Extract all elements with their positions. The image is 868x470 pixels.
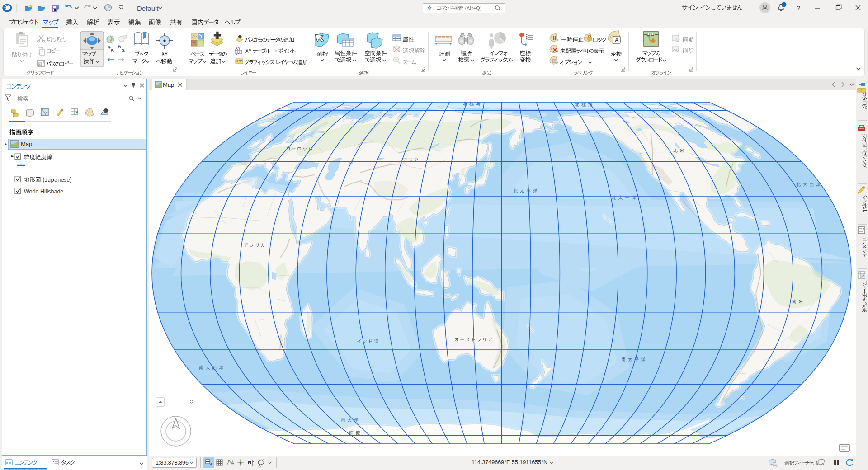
svg-text:A: A [615, 37, 619, 43]
svg-text:N: N [248, 460, 251, 465]
svg-text:?: ? [797, 4, 800, 12]
